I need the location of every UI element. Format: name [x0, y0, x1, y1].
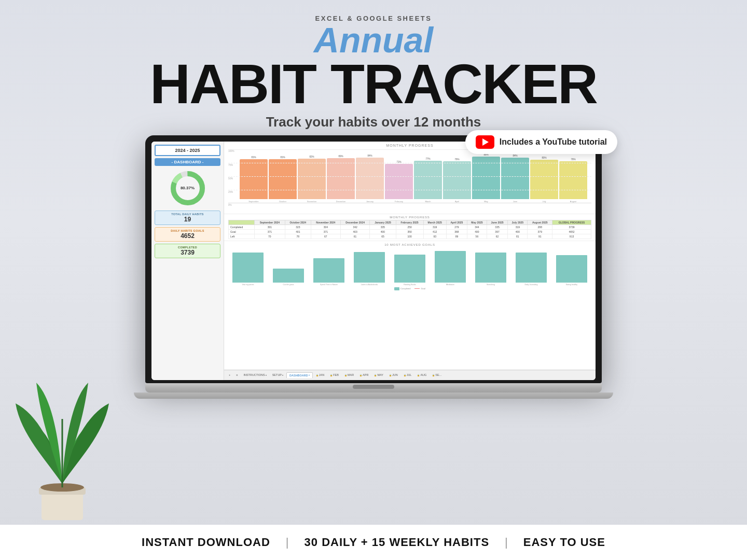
dashboard-box: - DASHBOARD -: [155, 158, 220, 166]
lock-icon: 🔒: [404, 374, 406, 376]
table-cell: 400: [508, 229, 528, 234]
table-cell: 342: [340, 225, 370, 229]
footer-bar: INSTANT DOWNLOAD | 30 DAILY + 15 WEEKLY …: [0, 525, 747, 560]
goal-bar-group: Cut the grass: [269, 247, 308, 286]
lock-icon: 🔒: [417, 374, 420, 376]
table-cell: 279: [446, 225, 467, 229]
lock-icon: 🔒: [344, 374, 347, 376]
bar: [559, 161, 587, 199]
table-row: Completed3013233043423352503192793443353…: [229, 225, 591, 229]
bar-pct-label: 81%: [280, 156, 285, 159]
tagline: Track your habits over 12 months: [266, 114, 481, 130]
spreadsheet-tab[interactable]: 🔒SE...: [430, 372, 444, 377]
goal-bar-group: Visit my parent: [228, 247, 268, 286]
goal-bar: [475, 253, 507, 283]
donut-wrap: 80.37%: [155, 170, 220, 206]
youtube-badge-text: Includes a YouTube tutorial: [500, 137, 607, 147]
goal-bar-group: Meditation: [431, 247, 470, 286]
spreadsheet-tab[interactable]: INSTRUCTIONS▾: [241, 372, 269, 377]
table-header: January 2025: [370, 220, 396, 225]
table-cell: 397: [487, 229, 507, 234]
goal-bar: [394, 255, 426, 283]
donut-label: 80.37%: [170, 170, 206, 206]
table-header: March 2025: [423, 220, 446, 225]
bar-pct-label: 76%: [571, 158, 575, 161]
spreadsheet-tab[interactable]: ≡: [233, 372, 240, 377]
goal-bar: [435, 251, 466, 283]
bar-pct-label: 81%: [251, 156, 256, 159]
tab-label: ≡: [236, 373, 238, 376]
table-cell: 61: [340, 234, 370, 239]
spreadsheet-tab[interactable]: 🔒APR: [357, 372, 371, 377]
goal-bar-label: Daily Journaling: [525, 284, 538, 286]
goals-chart-title: 10 MOST ACHIEVED GOALS: [228, 243, 591, 246]
table-cell: 65: [370, 234, 396, 239]
goal-bar: [273, 269, 305, 283]
spreadsheet-tab[interactable]: 🔒MAY: [371, 372, 386, 377]
spreadsheet-tabs: +≡INSTRUCTIONS▾SETUP▾DASHBOARD▾🔒JAN🔒FEB🔒…: [224, 370, 596, 380]
table-header: November 2024: [311, 220, 340, 225]
table-cell: 401: [285, 229, 311, 234]
lock-icon: 🔒: [374, 374, 377, 376]
laptop-screen: 2024 - 2025 - DASHBOARD - 80.37%: [151, 142, 596, 380]
spreadsheet-tab[interactable]: 🔒AUG: [414, 372, 429, 377]
goal-bar-group: Reading Books: [390, 247, 430, 286]
footer-divider-2: |: [505, 536, 508, 549]
goal-bar-group: Spend Time in Nature: [309, 247, 349, 286]
spreadsheet-tab[interactable]: +: [226, 372, 233, 377]
goal-bar: [313, 258, 345, 283]
goal-bar: [556, 255, 588, 283]
ss-sidebar: 2024 - 2025 - DASHBOARD - 80.37%: [151, 142, 224, 380]
spreadsheet-tab[interactable]: 🔒JUN: [386, 372, 400, 377]
table-cell: 400: [467, 229, 487, 234]
table-header: October 2024: [285, 220, 311, 225]
goal-bar-group: Eating healthy: [552, 247, 591, 286]
table-title: MONTHLY PROGRESS: [228, 216, 591, 219]
goal-bar-label: Stretching: [487, 284, 495, 286]
table-header: August 2025: [528, 220, 552, 225]
table-cell: 93: [423, 234, 446, 239]
habit-tracker-title: HABIT TRACKER: [150, 58, 597, 111]
bar-pct-label: 76%: [454, 158, 459, 161]
spreadsheet-tab[interactable]: SETUP▾: [270, 372, 286, 377]
tab-label: SETUP: [272, 373, 282, 376]
table-header: GLOBAL PROGRESS: [552, 220, 591, 225]
footer-divider-1: |: [286, 536, 289, 549]
table-header: December 2024: [340, 220, 370, 225]
laptop-container: Includes a YouTube tutorial 2024 - 2025 …: [145, 135, 602, 399]
goals-chart: 10 MOST ACHIEVED GOALS Visit my parentCu…: [224, 241, 596, 370]
completed-value: 3739: [157, 249, 218, 256]
spreadsheet-tab[interactable]: 🔒JAN: [313, 372, 327, 377]
tab-arrow: ▾: [309, 374, 310, 376]
goal-bar-group: Daily Journaling: [511, 247, 551, 286]
plant-decoration: [10, 341, 114, 525]
goal-bar-label: Visit my parent: [242, 284, 254, 286]
table-cell: 335: [370, 225, 396, 229]
spreadsheet-tab[interactable]: 🔒MAR: [342, 372, 356, 377]
tab-label: MAY: [377, 373, 383, 376]
table-cell-label: Goal: [229, 229, 255, 234]
total-habits-box: TOTAL DAILY HABITS 19: [155, 211, 220, 225]
table-cell: 250: [396, 225, 423, 229]
spreadsheet-tab[interactable]: DASHBOARD▾: [286, 372, 313, 378]
tab-label: +: [229, 373, 230, 376]
table-cell: 368: [446, 229, 467, 234]
table-cell: 344: [467, 225, 487, 229]
table-cell: 319: [508, 225, 528, 229]
goal-bar: [516, 253, 547, 283]
tab-arrow: ▾: [266, 374, 267, 376]
tab-label: INSTRUCTIONS: [243, 373, 265, 376]
table-cell: 379: [528, 229, 552, 234]
goal-bar-label: Cut the grass: [283, 284, 294, 286]
table-header: February 2025: [396, 220, 423, 225]
bar-pct-label: 77%: [425, 158, 430, 160]
footer-item-2: 30 DAILY + 15 WEEKLY HABITS: [305, 536, 490, 549]
bar-pct-label: 80%: [542, 157, 546, 159]
table-header: July 2025: [508, 220, 528, 225]
table-cell: 301: [255, 225, 285, 229]
spreadsheet-tab[interactable]: 🔒FEB: [327, 372, 341, 377]
youtube-badge[interactable]: Includes a YouTube tutorial: [465, 130, 617, 154]
spreadsheet-tab[interactable]: 🔒JUL: [401, 372, 414, 377]
lock-icon: 🔒: [316, 374, 319, 376]
tab-label: AUG: [420, 373, 426, 376]
